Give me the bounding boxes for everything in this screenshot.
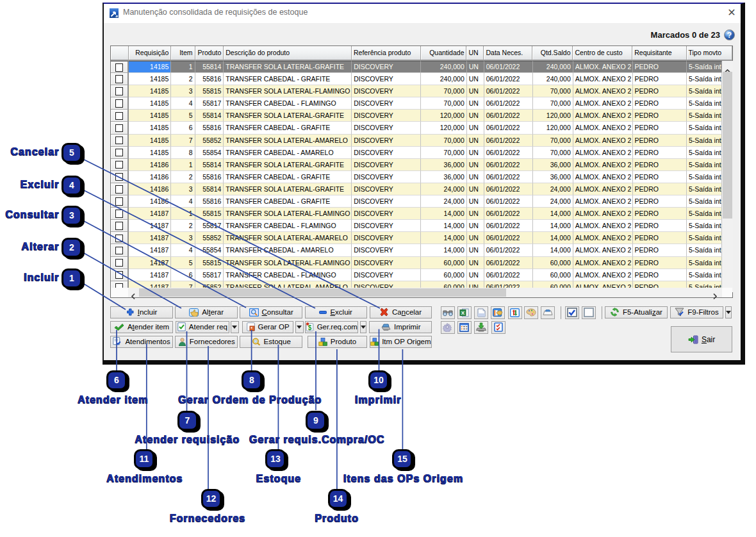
svg-text:$: $ [308, 324, 311, 331]
svg-text:?: ? [727, 31, 732, 40]
svg-text:X: X [461, 310, 465, 315]
